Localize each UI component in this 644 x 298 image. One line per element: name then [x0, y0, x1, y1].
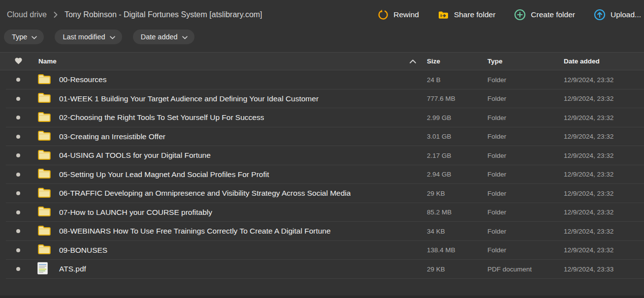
file-name: 05-Setting Up Your Lead Magnet And Socia…: [59, 170, 269, 179]
file-type: Folder: [487, 114, 564, 121]
file-size: 34 KB: [427, 228, 487, 235]
table-row[interactable]: 05-Setting Up Your Lead Magnet And Socia…: [0, 165, 644, 184]
file-size: 2.94 GB: [427, 171, 487, 178]
bottom-edge: [0, 296, 644, 298]
file-date-added: 12/9/2024, 23:33: [564, 266, 644, 273]
file-list: 00-Resources 24 B Folder 12/9/2024, 23:3…: [0, 70, 644, 279]
filter-date-added[interactable]: Date added: [133, 30, 194, 44]
sort-ascending-icon[interactable]: [410, 60, 427, 63]
create-folder-button[interactable]: Create folder: [514, 9, 575, 21]
chevron-down-icon: [182, 33, 188, 41]
file-type: PDF document: [487, 266, 564, 273]
label-dot-icon: [16, 173, 20, 177]
toolbar: Rewind Share folder Create folder: [378, 9, 642, 21]
file-size: 24 B: [427, 76, 487, 84]
file-name: 08-WEBINARS How To Use Free Trainings Co…: [59, 227, 331, 236]
label-dot-icon: [16, 97, 20, 101]
folder-icon: [37, 92, 51, 105]
table-row[interactable]: ATS.pdf 29 KB PDF document 12/9/2024, 23…: [0, 260, 644, 279]
file-type: Folder: [487, 76, 564, 84]
folder-icon: [37, 168, 51, 181]
folder-icon: [37, 225, 51, 238]
label-dot-icon: [16, 135, 20, 139]
file-type: Folder: [487, 171, 564, 178]
upload-label: Upload...: [611, 10, 641, 19]
file-name: 03-Creating an Irresistible Offer: [59, 132, 165, 141]
type-column-header[interactable]: Type: [487, 58, 564, 65]
upload-button[interactable]: Upload...: [594, 9, 641, 21]
favourite-column-header[interactable]: [0, 57, 37, 66]
table-row[interactable]: 08-WEBINARS How To Use Free Trainings Co…: [0, 222, 644, 241]
label-dot-icon: [16, 153, 20, 157]
folder-icon: [37, 187, 51, 200]
file-size: 2.99 GB: [427, 114, 487, 121]
table-row[interactable]: 07-How to LAUNCH your COURSE profitably …: [0, 203, 644, 222]
create-folder-icon: [514, 9, 526, 21]
file-size: 85.2 MB: [427, 209, 487, 216]
table-row[interactable]: 09-BONUSES 138.4 MB Folder 12/9/2024, 23…: [0, 241, 644, 260]
size-column-header[interactable]: Size: [427, 58, 487, 65]
file-name: ATS.pdf: [59, 265, 86, 273]
file-date-added: 12/9/2024, 23:32: [564, 246, 644, 254]
share-folder-icon: [438, 10, 449, 20]
folder-icon: [37, 111, 51, 124]
file-name: 04-USING AI TOOLS for your Digital Fortu…: [59, 151, 211, 160]
label-dot-icon: [16, 210, 20, 214]
label-dot-icon: [16, 229, 20, 233]
table-row[interactable]: 00-Resources 24 B Folder 12/9/2024, 23:3…: [0, 70, 644, 89]
name-column-label: Name: [38, 58, 57, 65]
file-date-added: 12/9/2024, 23:32: [564, 171, 644, 178]
file-date-added: 12/9/2024, 23:32: [564, 76, 644, 84]
file-date-added: 12/9/2024, 23:32: [564, 114, 644, 121]
file-type: Folder: [487, 246, 564, 254]
file-type: Folder: [487, 133, 564, 140]
breadcrumb-current: Tony Robinson - Digital Fortunes System …: [64, 10, 262, 19]
folder-icon: [37, 206, 51, 219]
top-bar: Cloud drive Tony Robinson - Digital Fort…: [0, 0, 644, 28]
filter-type-label: Type: [12, 33, 27, 41]
share-folder-label: Share folder: [454, 10, 495, 19]
file-name: 02-Choosing the Right Tools To Set Yours…: [59, 113, 264, 122]
label-dot-icon: [16, 191, 20, 195]
filter-chips: Type Last modified Date added: [4, 29, 644, 45]
file-name: 00-Resources: [59, 75, 107, 84]
table-row[interactable]: 02-Choosing the Right Tools To Set Yours…: [0, 108, 644, 127]
filter-type[interactable]: Type: [4, 30, 44, 44]
table-row[interactable]: 04-USING AI TOOLS for your Digital Fortu…: [0, 146, 644, 165]
folder-icon: [37, 130, 51, 143]
file-type: Folder: [487, 228, 564, 235]
chevron-down-icon: [110, 33, 115, 41]
name-column-header[interactable]: Name: [37, 58, 427, 65]
filter-last-modified-label: Last modified: [63, 33, 105, 41]
file-name: 09-BONUSES: [59, 246, 107, 255]
folder-icon: [37, 149, 51, 162]
file-name: 07-How to LAUNCH your COURSE profitably: [59, 208, 212, 217]
file-size: 2.17 GB: [427, 152, 487, 159]
table-row[interactable]: 03-Creating an Irresistible Offer 3.01 G…: [0, 127, 644, 147]
rewind-button[interactable]: Rewind: [378, 9, 419, 20]
filter-date-added-label: Date added: [141, 33, 178, 41]
file-type: Folder: [487, 209, 564, 216]
file-size: 3.01 GB: [427, 133, 487, 140]
upload-icon: [594, 9, 606, 21]
file-date-added: 12/9/2024, 23:32: [564, 152, 644, 159]
pdf-file-icon: [37, 262, 48, 276]
filter-last-modified[interactable]: Last modified: [55, 30, 122, 44]
file-date-added: 12/9/2024, 23:32: [564, 209, 644, 216]
date-added-column-header[interactable]: Date added: [564, 58, 644, 65]
table-row[interactable]: 01-WEEK 1 Building Your Target Audience …: [0, 89, 644, 109]
table-row[interactable]: 06-TRAFFIC Developing an Omnipresence an…: [0, 184, 644, 203]
chevron-down-icon: [32, 33, 37, 41]
folder-icon: [37, 243, 51, 257]
breadcrumb-root[interactable]: Cloud drive: [7, 10, 47, 19]
file-size: 777.6 MB: [427, 95, 487, 102]
table-header: Name Size Type Date added: [0, 52, 644, 70]
share-folder-button[interactable]: Share folder: [438, 10, 495, 20]
file-name: 06-TRAFFIC Developing an Omnipresence an…: [59, 189, 351, 198]
file-type: Folder: [487, 152, 564, 159]
file-size: 29 KB: [427, 266, 487, 273]
file-date-added: 12/9/2024, 23:32: [564, 133, 644, 140]
create-folder-label: Create folder: [531, 10, 575, 19]
label-dot-icon: [16, 78, 20, 82]
file-size: 138.4 MB: [427, 246, 487, 254]
